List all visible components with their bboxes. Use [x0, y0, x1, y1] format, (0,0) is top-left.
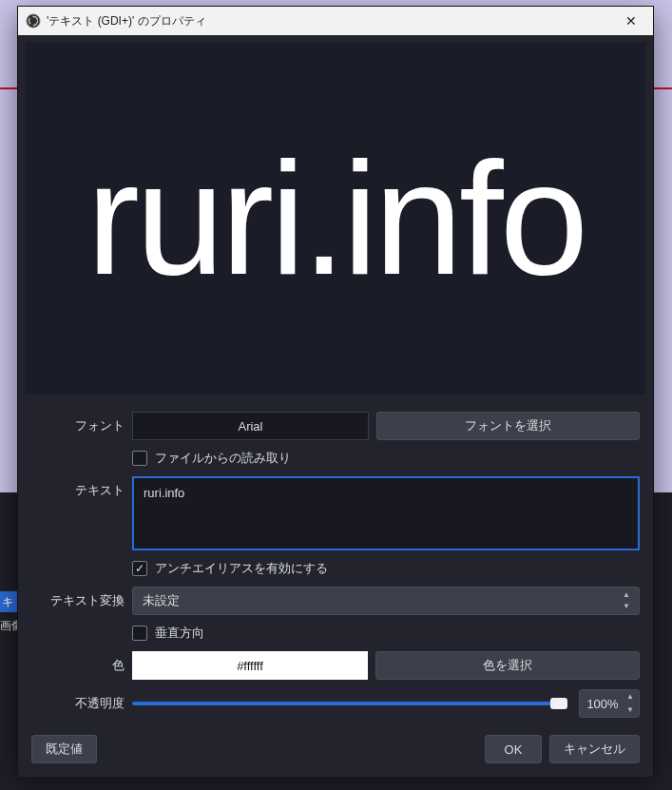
opacity-value: 100% — [586, 697, 618, 711]
defaults-button[interactable]: 既定値 — [31, 735, 97, 763]
text-input[interactable] — [132, 476, 640, 550]
text-preview: ruri.info — [26, 43, 645, 395]
properties-dialog: 'テキスト (GDI+)' のプロパティ ✕ ruri.info フォント Ar… — [17, 6, 654, 774]
opacity-spinbox[interactable]: 100% ▲▼ — [579, 689, 640, 718]
opacity-slider[interactable] — [132, 694, 567, 713]
opacity-label: 不透明度 — [31, 689, 125, 712]
cancel-button[interactable]: キャンセル — [549, 735, 640, 763]
antialias-checkbox[interactable] — [132, 561, 147, 576]
chevron-updown-icon: ▲▼ — [624, 693, 636, 714]
font-family-display: Arial — [132, 412, 369, 440]
color-label: 色 — [31, 651, 125, 674]
vertical-label: 垂直方向 — [155, 625, 204, 642]
chevron-updown-icon: ▲▼ — [620, 591, 633, 610]
close-button[interactable]: ✕ — [609, 7, 653, 35]
titlebar: 'テキスト (GDI+)' のプロパティ ✕ — [18, 7, 653, 35]
ok-button[interactable]: OK — [485, 735, 542, 763]
close-icon: ✕ — [625, 13, 637, 29]
window-title: 'テキスト (GDI+)' のプロパティ — [47, 13, 609, 29]
choose-font-button[interactable]: フォントを選択 — [376, 412, 640, 440]
transform-label: テキスト変換 — [31, 587, 125, 609]
transform-value: 未設定 — [143, 592, 180, 609]
vertical-checkbox[interactable] — [132, 626, 147, 641]
obs-icon — [26, 13, 41, 29]
transform-select[interactable]: 未設定 ▲▼ — [132, 587, 640, 615]
text-label: テキスト — [31, 476, 125, 499]
font-label: フォント — [31, 412, 125, 434]
read-from-file-label: ファイルからの読み取り — [155, 450, 291, 467]
read-from-file-checkbox[interactable] — [132, 451, 147, 466]
antialias-label: アンチエイリアスを有効にする — [155, 560, 328, 577]
color-swatch[interactable]: #ffffff — [132, 651, 368, 680]
preview-text: ruri.info — [86, 139, 585, 299]
background-fragment: キ — [0, 591, 19, 612]
choose-color-button[interactable]: 色を選択 — [375, 651, 640, 680]
slider-thumb[interactable] — [550, 698, 567, 709]
